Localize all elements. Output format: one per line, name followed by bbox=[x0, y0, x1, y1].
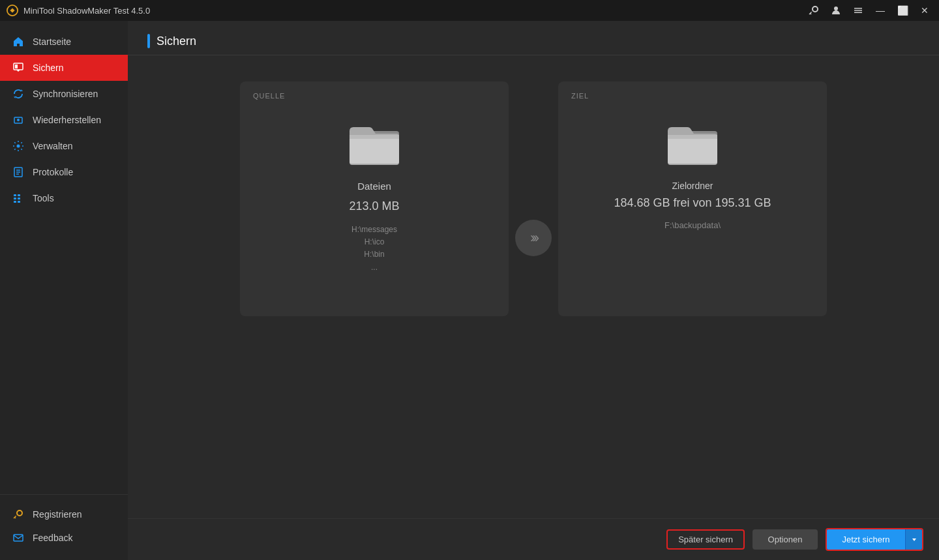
page-title: Sichern bbox=[156, 35, 196, 48]
sidebar-item-startseite[interactable]: Startseite bbox=[0, 29, 128, 55]
home-icon bbox=[12, 35, 25, 48]
sidebar-label-feedback: Feedback bbox=[33, 533, 72, 543]
maximize-button[interactable]: ⬜ bbox=[893, 1, 912, 20]
mail-icon bbox=[12, 531, 25, 544]
menu-icon[interactable] bbox=[849, 1, 867, 20]
svg-rect-20 bbox=[14, 535, 23, 541]
svg-point-8 bbox=[17, 119, 20, 121]
sidebar-item-registrieren[interactable]: Registrieren bbox=[0, 503, 128, 526]
sidebar-label-protokolle: Protokolle bbox=[33, 167, 73, 177]
source-path-1: H:\messages bbox=[351, 224, 397, 236]
sidebar-label-tools: Tools bbox=[33, 193, 54, 203]
manage-icon bbox=[12, 140, 25, 153]
svg-rect-19 bbox=[18, 201, 20, 203]
sidebar-item-sichern[interactable]: Sichern bbox=[0, 55, 128, 81]
svg-rect-3 bbox=[854, 10, 862, 11]
tools-icon bbox=[12, 192, 25, 205]
svg-rect-16 bbox=[14, 201, 16, 203]
svg-rect-22 bbox=[350, 135, 399, 164]
header-accent-bar bbox=[147, 34, 150, 48]
sidebar-label-sichern: Sichern bbox=[33, 63, 63, 73]
sidebar-item-verwalten[interactable]: Verwalten bbox=[0, 133, 128, 159]
sidebar-label-registrieren: Registrieren bbox=[33, 509, 82, 520]
bottom-bar: Später sichernOptionenJetzt sichern bbox=[128, 518, 939, 560]
source-path-more: ... bbox=[351, 261, 397, 274]
app-logo bbox=[7, 5, 18, 16]
sidebar-item-feedback[interactable]: Feedback bbox=[0, 526, 128, 550]
source-paths: H:\messages H:\ico H:\bin ... bbox=[351, 224, 397, 274]
main-layout: Startseite Sichern bbox=[0, 21, 939, 560]
svg-rect-24 bbox=[668, 135, 717, 164]
key-icon[interactable] bbox=[805, 1, 823, 20]
destination-path: F:\backupdata\ bbox=[664, 220, 721, 230]
destination-folder-icon bbox=[666, 121, 719, 168]
arrow-icon: ››› bbox=[530, 229, 537, 246]
source-type: Dateien bbox=[357, 181, 391, 192]
later-button[interactable]: Später sichern bbox=[666, 529, 745, 550]
source-folder-icon bbox=[348, 121, 400, 168]
sidebar-item-wiederherstellen[interactable]: Wiederherstellen bbox=[0, 107, 128, 133]
source-label: QUELLE bbox=[253, 92, 285, 100]
svg-rect-18 bbox=[18, 198, 20, 199]
svg-point-1 bbox=[834, 7, 838, 10]
backup-now-wrapper: Jetzt sichern bbox=[826, 528, 923, 551]
restore-icon bbox=[12, 113, 25, 126]
app-title: MiniTool ShadowMaker Test 4.5.0 bbox=[23, 6, 150, 16]
svg-rect-4 bbox=[854, 12, 862, 14]
arrow-button[interactable]: ››› bbox=[515, 220, 552, 256]
titlebar-left: MiniTool ShadowMaker Test 4.5.0 bbox=[7, 5, 150, 16]
svg-rect-17 bbox=[18, 194, 20, 196]
sidebar-nav: Startseite Sichern bbox=[0, 21, 128, 494]
backup-now-button[interactable]: Jetzt sichern bbox=[827, 529, 905, 550]
sidebar-label-verwalten: Verwalten bbox=[33, 141, 72, 151]
svg-point-9 bbox=[17, 145, 20, 148]
titlebar-controls: — ⬜ ✕ bbox=[805, 1, 934, 20]
svg-rect-14 bbox=[14, 194, 16, 196]
destination-free-space: 184.68 GB frei von 195.31 GB bbox=[614, 196, 771, 210]
source-size: 213.0 MB bbox=[349, 199, 399, 213]
user-icon[interactable] bbox=[827, 1, 845, 20]
sidebar-item-tools[interactable]: Tools bbox=[0, 185, 128, 211]
backup-cards-wrapper: QUELLE Dateien bbox=[240, 81, 827, 316]
sidebar-item-synchronisieren[interactable]: Synchronisieren bbox=[0, 81, 128, 107]
sidebar-label-synchronisieren: Synchronisieren bbox=[33, 89, 98, 99]
close-button[interactable]: ✕ bbox=[916, 1, 934, 20]
sidebar-label-wiederherstellen: Wiederherstellen bbox=[33, 115, 101, 125]
source-path-2: H:\ico bbox=[351, 236, 397, 248]
sync-icon bbox=[12, 87, 25, 100]
source-path-3: H:\bin bbox=[351, 248, 397, 261]
destination-card[interactable]: ZIEL Zielordner bbox=[558, 81, 827, 316]
svg-rect-15 bbox=[14, 198, 16, 199]
destination-label: ZIEL bbox=[571, 92, 589, 100]
backup-dropdown-button[interactable] bbox=[905, 529, 922, 550]
content-area: Sichern QUELLE bbox=[128, 21, 939, 560]
titlebar: MiniTool ShadowMaker Test 4.5.0 — ⬜ ✕ bbox=[0, 0, 939, 21]
backup-icon bbox=[12, 61, 25, 74]
destination-type: Zielordner bbox=[672, 181, 713, 191]
key-reg-icon bbox=[12, 508, 25, 521]
svg-rect-2 bbox=[854, 8, 862, 9]
sidebar-item-protokolle[interactable]: Protokolle bbox=[0, 159, 128, 185]
sidebar: Startseite Sichern bbox=[0, 21, 128, 560]
backup-area: QUELLE Dateien bbox=[128, 55, 939, 518]
sidebar-label-startseite: Startseite bbox=[33, 37, 71, 47]
options-button[interactable]: Optionen bbox=[753, 529, 818, 550]
minimize-button[interactable]: — bbox=[871, 1, 889, 20]
logs-icon bbox=[12, 166, 25, 179]
page-header: Sichern bbox=[128, 21, 939, 55]
source-card[interactable]: QUELLE Dateien bbox=[240, 81, 509, 316]
svg-rect-6 bbox=[15, 65, 18, 68]
sidebar-bottom: Registrieren Feedback bbox=[0, 494, 128, 560]
